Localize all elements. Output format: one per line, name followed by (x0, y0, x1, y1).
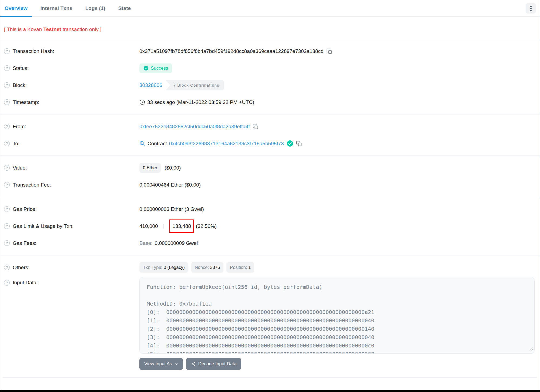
question-circle-icon: ? (4, 124, 10, 129)
row-gas-price: ? Gas Price: 0.000000003 Ether (3 Gwei) (0, 201, 540, 218)
question-circle-icon: ? (4, 165, 10, 171)
zoom-in-icon[interactable] (139, 141, 145, 146)
from-address-link[interactable]: 0xfee7522e8482682cf50ddc50a0f8da2a39effa… (139, 124, 250, 130)
txn-type-badge: Txn Type: 0 (Legacy) (139, 262, 188, 273)
gas-fees-base-label: Base: (139, 240, 153, 246)
gas-price-label: Gas Price: (13, 206, 37, 212)
row-input-data: ? Input Data: Function: performUpkeep(ui… (0, 276, 540, 354)
from-label: From: (13, 124, 26, 130)
section-others-input: ? Others: Txn Type: 0 (Legacy) Nonce: 33… (0, 255, 540, 374)
transaction-hash-value: 0x371a51097fb78df856f8b4a7bd459f192d8cc8… (139, 48, 324, 54)
tab-state[interactable]: State (114, 0, 135, 16)
nonce-value: 3376 (210, 265, 220, 270)
row-to: ? To: Contract 0x4cb093f226983713164a621… (0, 135, 540, 152)
vertical-ellipsis-icon (530, 6, 532, 7)
nonce-key: Nonce: (195, 265, 210, 270)
question-circle-icon: ? (4, 223, 10, 229)
input-data-actions: View Input As Decode Input Data (139, 358, 540, 370)
txn-type-value: 0 (Legacy) (164, 265, 185, 270)
nonce-badge: Nonce: 3376 (191, 262, 224, 273)
position-badge: Position: 1 (226, 262, 254, 273)
position-key: Position: (230, 265, 248, 270)
position-value: 1 (248, 265, 251, 270)
more-options-button[interactable] (526, 3, 536, 13)
check-circle-icon (143, 66, 149, 71)
question-circle-icon: ? (4, 206, 10, 212)
row-timestamp: ? Timestamp: 33 secs ago (Mar-11-2022 03… (0, 94, 540, 111)
row-status: ? Status: Success (0, 60, 540, 77)
notice-text: [ This is a Kovan (4, 26, 43, 32)
question-circle-icon: ? (4, 182, 10, 188)
annotation-highlight-box: 133,488 (169, 219, 194, 233)
status-label: Status: (13, 65, 29, 71)
gas-used-value: 133,488 (172, 223, 191, 229)
input-data-content: Function: performUpkeep(uint256 id, byte… (147, 283, 527, 354)
chevron-down-icon (175, 362, 178, 366)
notice-text: transaction only ] (61, 26, 102, 32)
notice-bold-text: Testnet (43, 26, 61, 32)
row-value: ? Value: 0 Ether ($0.00) (0, 159, 540, 176)
screenshot-bottom-edge (0, 390, 540, 392)
transaction-fee-label: Transaction Fee: (13, 182, 51, 188)
to-contract-address-link[interactable]: 0x4cb093f226983713164a62138c3f718a5b595f… (169, 141, 284, 147)
input-data-label: Input Data: (13, 280, 38, 286)
row-gas-limit-usage: ? Gas Limit & Usage by Txn: 410,000 | 13… (0, 218, 540, 235)
question-circle-icon: ? (4, 48, 10, 54)
row-transaction-fee: ? Transaction Fee: 0.000400464 Ether ($0… (0, 176, 540, 193)
block-number-link[interactable]: 30328606 (139, 82, 162, 88)
copy-icon[interactable] (326, 48, 332, 54)
to-label: To: (13, 141, 19, 147)
block-confirmations-badge: 7 Block Confirmations (166, 80, 224, 90)
copy-icon[interactable] (253, 124, 259, 130)
view-input-as-label: View Input As (144, 361, 172, 367)
verified-check-icon (287, 140, 293, 147)
block-label: Block: (13, 82, 27, 88)
tab-overview[interactable]: Overview (0, 0, 32, 16)
value-usd: ($0.00) (165, 165, 181, 171)
vertical-ellipsis-icon (530, 8, 532, 9)
to-contract-word: Contract (147, 141, 167, 147)
row-transaction-hash: ? Transaction Hash: 0x371a51097fb78df856… (0, 43, 540, 60)
testnet-notice: [ This is a Kovan Testnet transaction on… (0, 17, 540, 39)
question-circle-icon: ? (4, 240, 10, 246)
row-block: ? Block: 30328606 7 Block Confirmations (0, 77, 540, 94)
input-data-textarea[interactable]: Function: performUpkeep(uint256 id, byte… (139, 277, 535, 354)
section-value-fee: ? Value: 0 Ether ($0.00) ? Transaction F… (0, 156, 540, 197)
question-circle-icon: ? (4, 65, 10, 71)
question-circle-icon: ? (4, 82, 10, 88)
question-circle-icon: ? (4, 99, 10, 105)
row-from: ? From: 0xfee7522e8482682cf50ddc50a0f8da… (0, 118, 540, 135)
question-circle-icon: ? (4, 141, 10, 146)
status-text: Success (151, 66, 168, 71)
gas-fees-base-value: 0.000000009 Gwei (155, 240, 198, 246)
view-input-as-button[interactable]: View Input As (139, 358, 183, 370)
tab-internal-txns[interactable]: Internal Txns (36, 0, 77, 16)
row-others: ? Others: Txn Type: 0 (Legacy) Nonce: 33… (0, 259, 540, 276)
gas-limit-label: Gas Limit & Usage by Txn: (13, 223, 74, 229)
vertical-ellipsis-icon (530, 10, 532, 11)
decode-input-data-button[interactable]: Decode Input Data (186, 358, 242, 370)
separator: | (163, 223, 165, 229)
section-addresses: ? From: 0xfee7522e8482682cf50ddc50a0f8da… (0, 114, 540, 156)
value-amount-badge: 0 Ether (139, 163, 161, 173)
copy-icon[interactable] (296, 141, 302, 147)
gas-fees-label: Gas Fees: (13, 240, 36, 246)
resize-handle[interactable] (529, 346, 533, 352)
txn-type-key: Txn Type: (143, 265, 164, 270)
tab-logs[interactable]: Logs (1) (81, 0, 110, 16)
status-badge: Success (139, 63, 172, 73)
bottom-divider (3, 377, 537, 378)
question-circle-icon: ? (4, 265, 10, 270)
clock-icon (139, 99, 145, 105)
section-overview-top: ? Transaction Hash: 0x371a51097fb78df856… (0, 39, 540, 114)
decode-input-data-label: Decode Input Data (198, 361, 237, 367)
gas-used-percent: (32.56%) (196, 223, 217, 229)
question-circle-icon: ? (4, 280, 10, 286)
transaction-hash-label: Transaction Hash: (13, 48, 54, 54)
value-label: Value: (13, 165, 27, 171)
timestamp-value: 33 secs ago (Mar-11-2022 03:59:32 PM +UT… (147, 99, 254, 105)
section-gas: ? Gas Price: 0.000000003 Ether (3 Gwei) … (0, 197, 540, 255)
transaction-fee-value: 0.000400464 Ether ($0.00) (139, 182, 201, 188)
decode-icon (191, 361, 196, 366)
gas-price-value: 0.000000003 Ether (3 Gwei) (139, 206, 204, 212)
